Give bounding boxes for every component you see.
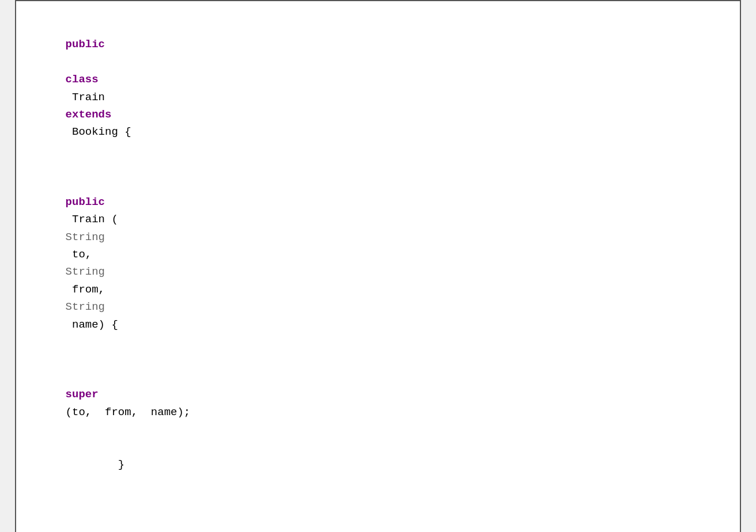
keyword-super: super: [66, 388, 99, 401]
keyword-public: public: [66, 38, 105, 51]
keyword-class: class: [66, 73, 99, 86]
code-line-3: super (to, from, name);: [39, 351, 717, 438]
code-line-6: public void printHeading() { System. out…: [39, 508, 717, 532]
code-editor: public class Train extends Booking { pub…: [15, 0, 741, 532]
type-string-3: String: [66, 301, 105, 313]
code-line-5: [39, 491, 717, 508]
code-line-4: }: [39, 438, 717, 491]
keyword-extends: extends: [66, 108, 112, 121]
type-string-1: String: [66, 231, 105, 244]
type-string-2: String: [66, 265, 105, 278]
code-line-1: public class Train extends Booking {: [39, 18, 717, 158]
keyword-public-2: public: [66, 196, 105, 208]
code-line-2: public Train ( String to, String from, S…: [39, 158, 717, 351]
